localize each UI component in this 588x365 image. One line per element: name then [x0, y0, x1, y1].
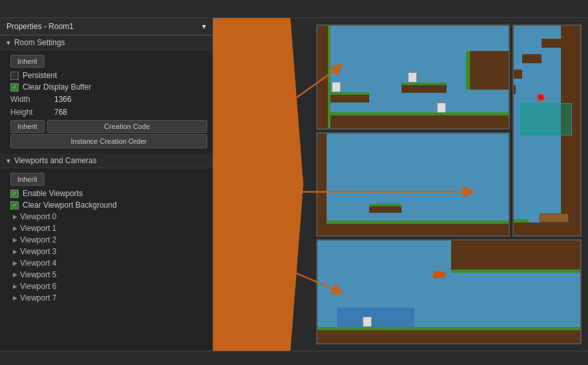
- viewport-5-arrow: ▶: [13, 271, 17, 278]
- room-settings-header[interactable]: ▼ Room Settings: [0, 35, 212, 50]
- viewport-2-label: Viewport 2: [20, 235, 56, 244]
- creation-code-button[interactable]: Creation Code: [47, 120, 207, 133]
- height-row: Height 768: [10, 106, 207, 119]
- bot-right-grass: [451, 270, 580, 273]
- room-settings-label: Room Settings: [14, 38, 65, 47]
- cave-grass: [514, 219, 529, 222]
- persistent-checkbox[interactable]: [10, 72, 19, 80]
- viewports-header[interactable]: ▼ Viewports and Cameras: [0, 153, 212, 168]
- panel-title: Properties - Room1: [6, 22, 74, 31]
- width-label: Width: [10, 95, 49, 104]
- mid-left-wall: [318, 133, 327, 236]
- bottom-bar: [0, 351, 588, 365]
- left-panel: Properties - Room1 ▾ ▼ Room Settings Inh…: [0, 18, 213, 351]
- viewport-4-label: Viewport 4: [20, 259, 56, 268]
- platform-mid-grass: [401, 83, 447, 85]
- mid-ground: [318, 224, 509, 235]
- width-row: Width 1366: [10, 93, 207, 106]
- platform-mid: [401, 85, 447, 93]
- step-4: [512, 85, 516, 94]
- game-panel-top: [316, 25, 510, 130]
- viewport-6-arrow: ▶: [13, 283, 17, 290]
- teal-pool: [520, 103, 572, 135]
- height-value: 768: [54, 108, 67, 117]
- clear-viewport-bg-label: Clear Viewport Background: [23, 201, 117, 210]
- left-wall: [318, 26, 328, 128]
- mid-plat-1-g: [369, 204, 401, 206]
- instance-creation-order-button[interactable]: Instance Creation Order: [10, 134, 207, 148]
- main-area: Properties - Room1 ▾ ▼ Room Settings Inh…: [0, 18, 588, 351]
- preview-container: [213, 18, 588, 351]
- viewports-inherit-button[interactable]: Inherit: [10, 173, 45, 186]
- clear-display-label: Clear Display Buffer: [23, 83, 92, 92]
- red-dot-char: [537, 94, 545, 101]
- persistent-row: Persistent: [10, 70, 207, 81]
- viewport-6-label: Viewport 6: [20, 282, 56, 291]
- game-panel-mid-left: [316, 132, 510, 237]
- bot-right-wall: [451, 241, 580, 270]
- platform-left: [330, 95, 369, 103]
- top-bar: [0, 0, 588, 18]
- enable-viewports-row: Enable Viewports: [10, 188, 207, 199]
- mid-grass: [318, 221, 509, 224]
- room-settings-arrow: ▼: [5, 39, 12, 46]
- mid-plat-1: [369, 206, 401, 213]
- ground-brown-top: [318, 115, 509, 128]
- viewport-6-item[interactable]: ▶ Viewport 6: [10, 281, 207, 292]
- panel-dropdown-icon[interactable]: ▾: [202, 22, 206, 31]
- step-3: [512, 70, 522, 79]
- inherit2-button[interactable]: Inherit: [10, 120, 45, 133]
- step-2: [522, 54, 542, 63]
- viewport-4-arrow: ▶: [13, 260, 17, 266]
- fire-element: [433, 271, 445, 278]
- viewport-1-label: Viewport 1: [20, 224, 56, 233]
- viewport-1-item[interactable]: ▶ Viewport 1: [10, 222, 207, 234]
- clear-viewport-bg-row: Clear Viewport Background: [10, 199, 207, 211]
- viewports-body: Inherit Enable Viewports Clear Viewport …: [0, 168, 212, 308]
- viewport-0-arrow: ▶: [13, 213, 17, 220]
- viewport-5-item[interactable]: ▶ Viewport 5: [10, 269, 207, 281]
- height-label: Height: [10, 108, 49, 117]
- step-1: [542, 39, 561, 48]
- enable-viewports-label: Enable Viewports: [23, 189, 83, 198]
- bot-grass: [318, 327, 580, 330]
- persistent-label: Persistent: [23, 71, 57, 80]
- room-settings-body: Inherit Persistent Clear Display Buffer …: [0, 50, 212, 153]
- viewport-0-item[interactable]: ▶ Viewport 0: [10, 211, 207, 222]
- clear-viewport-bg-checkbox[interactable]: [10, 201, 19, 210]
- viewport-4-item[interactable]: ▶ Viewport 4: [10, 257, 207, 269]
- clear-display-checkbox[interactable]: [10, 83, 19, 92]
- right-area: [213, 18, 588, 351]
- viewport-1-arrow: ▶: [13, 225, 17, 232]
- enable-viewports-checkbox[interactable]: [10, 190, 19, 198]
- viewport-2-item[interactable]: ▶ Viewport 2: [10, 234, 207, 246]
- bot-ground: [318, 330, 580, 343]
- platform-left-grass: [330, 92, 369, 95]
- viewport-3-item[interactable]: ▶ Viewport 3: [10, 246, 207, 257]
- sprite-char-3: [437, 103, 446, 113]
- width-value: 1366: [54, 95, 72, 104]
- creation-code-row: Inherit Creation Code: [10, 120, 207, 133]
- viewports-arrow: ▼: [5, 157, 12, 164]
- viewports-inherit-row: Inherit: [10, 171, 207, 188]
- cave-ground: [514, 222, 580, 235]
- viewport-2-arrow: ▶: [13, 237, 17, 243]
- inherit-button[interactable]: Inherit: [10, 55, 45, 68]
- sprite-char-1: [332, 82, 341, 92]
- inherit-row: Inherit: [10, 53, 207, 70]
- bot-char: [363, 317, 372, 327]
- panel-content: ▼ Room Settings Inherit Persistent Clear…: [0, 35, 212, 351]
- right-cliff: [470, 51, 509, 90]
- viewport-0-label: Viewport 0: [20, 212, 56, 221]
- viewport-7-arrow: ▶: [13, 295, 17, 301]
- viewport-5-label: Viewport 5: [20, 270, 56, 279]
- viewports-label: Viewports and Cameras: [14, 156, 97, 165]
- viewport-3-arrow: ▶: [13, 248, 17, 255]
- ground-grass-top: [318, 112, 509, 115]
- game-panel-right-tall: [512, 25, 582, 237]
- water-pool: [337, 308, 414, 327]
- right-cliff-grass: [466, 51, 470, 90]
- game-panel-bottom: [316, 239, 582, 344]
- viewport-3-label: Viewport 3: [20, 247, 56, 256]
- viewport-7-item[interactable]: ▶ Viewport 7: [10, 292, 207, 304]
